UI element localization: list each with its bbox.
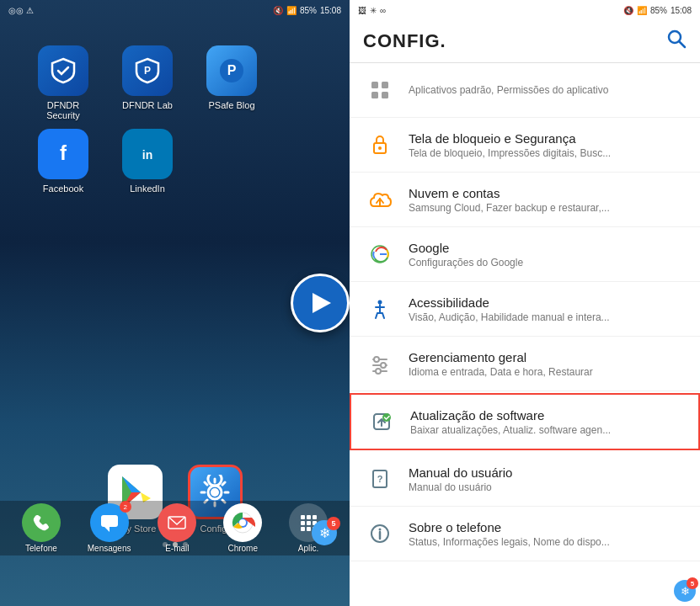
lock-setting-icon (363, 128, 397, 162)
svg-point-40 (376, 369, 381, 374)
play-button[interactable] (291, 274, 350, 332)
svg-rect-9 (101, 515, 118, 527)
google-title: Google (409, 241, 687, 255)
app-dfndr-lab[interactable]: P DFNDR Lab (110, 45, 185, 120)
signal-icon-right: 📶 (637, 6, 647, 15)
app-facebook[interactable]: f Facebook (25, 129, 101, 194)
right-panel: 🖼 ✳ ∞ 🔇 📶 85% 15:08 CONFIG. (350, 0, 700, 606)
manual-title: Manual do usuário (409, 465, 687, 480)
svg-text:P: P (144, 65, 151, 77)
cloud-text: Nuvem e contas Samsung Cloud, Fazer back… (409, 186, 687, 214)
psafe-blog-icon: P (206, 45, 257, 96)
svg-point-14 (239, 519, 246, 526)
bottom-dock-area: Play Store Config. (0, 465, 350, 556)
svg-line-25 (679, 41, 685, 47)
mute-icon-right: 🔇 (623, 6, 633, 15)
update-setting-icon (365, 405, 398, 439)
dfndr-security-label: DFNDRSecurity (46, 100, 80, 120)
chrome-label: Chrome (227, 544, 258, 553)
mute-icon: 🔇 (273, 6, 283, 15)
dfndr-security-icon (38, 45, 88, 96)
linkedin-icon: in (122, 129, 173, 179)
dock-messages[interactable]: 2 Mensagens (88, 503, 131, 553)
svg-point-36 (374, 357, 379, 362)
bottom-dock: Telefone 2 Mensagens (0, 501, 350, 556)
google-text: Google Configurações do Google (409, 241, 687, 268)
phone-dock-icon (22, 503, 61, 542)
status-left-icons: ◎◎ ⚠ (8, 6, 34, 15)
svg-text:in: in (142, 148, 152, 162)
chrome-dock-icon (223, 503, 262, 542)
email-dock-icon (158, 503, 196, 542)
settings-google[interactable]: Google Configurações do Google (350, 227, 700, 282)
general-text: Gerenciamento geral Idioma e entrada, Da… (409, 350, 687, 378)
about-text: Sobre o telefone Status, Informações leg… (409, 520, 687, 548)
settings-about[interactable]: Sobre o telefone Status, Informações leg… (350, 507, 700, 561)
manual-subtitle: Manual do usuário (409, 481, 644, 493)
status-right-right: 🔇 📶 85% 15:08 (623, 6, 692, 15)
time-right: 15:08 (671, 6, 692, 15)
email-label: E-mail (165, 544, 189, 553)
about-subtitle: Status, Informações legais, Nome do disp… (409, 536, 644, 548)
update-title: Atualização de software (410, 408, 685, 423)
snowflake-badge-count: 5 (327, 517, 340, 530)
dock-phone[interactable]: Telefone (22, 503, 61, 553)
settings-accessibility[interactable]: Acessibilidade Visão, Audição, Habilidad… (350, 282, 700, 337)
settings-general[interactable]: Gerenciamento geral Idioma e entrada, Da… (350, 337, 700, 391)
svg-rect-16 (307, 515, 311, 519)
update-subtitle: Baixar atualizações, Atualiz. software a… (410, 424, 646, 436)
settings-software-update[interactable]: Atualização de software Baixar atualizaç… (350, 393, 700, 450)
svg-point-8 (211, 489, 218, 496)
signal-icon: 📶 (286, 6, 297, 15)
dock-email[interactable]: E-mail (158, 503, 196, 553)
facebook-label: Facebook (43, 183, 83, 194)
manual-text: Manual do usuário Manual do usuário (409, 465, 687, 493)
accessibility-subtitle: Visão, Audição, Habilidade manual e inte… (409, 311, 644, 323)
svg-rect-15 (301, 515, 305, 519)
about-setting-icon (363, 517, 397, 550)
svg-rect-29 (382, 92, 388, 98)
psafe-blog-label: PSafe Blog (208, 100, 254, 110)
svg-rect-22 (307, 527, 311, 531)
svg-text:P: P (227, 63, 237, 77)
status-bar-left: ◎◎ ⚠ 🔇 📶 85% 15:08 (0, 0, 350, 20)
app-grid: DFNDRSecurity P DFNDR Lab P PSafe Blog (0, 29, 350, 210)
default-apps-subtitle: Aplicativos padrão, Permissões do aplica… (409, 84, 644, 96)
facebook-icon: f (38, 129, 88, 179)
settings-title: CONFIG. (363, 30, 446, 52)
dock-chrome[interactable]: Chrome (223, 503, 262, 553)
status-right-icons: 🔇 📶 85% 15:08 (273, 6, 341, 15)
settings-manual[interactable]: ? Manual do usuário Manual do usuário (350, 452, 700, 507)
svg-rect-17 (313, 515, 317, 519)
settings-lock-screen[interactable]: Tela de bloqueio e Segurança Tela de blo… (350, 118, 700, 173)
general-setting-icon (363, 347, 397, 380)
svg-text:f: f (60, 141, 67, 164)
update-text: Atualização de software Baixar atualizaç… (410, 408, 685, 436)
svg-rect-27 (382, 82, 388, 88)
notification-icons: ◎◎ ⚠ (8, 6, 34, 15)
svg-point-47 (379, 529, 382, 531)
battery-left: 85% (300, 6, 317, 15)
battery-right: 85% (650, 6, 667, 15)
image-icon: 🖼 (358, 6, 366, 15)
svg-rect-28 (371, 92, 378, 98)
svg-rect-21 (301, 527, 305, 531)
manual-setting-icon: ? (363, 462, 397, 496)
app-psafe-blog[interactable]: P PSafe Blog (194, 45, 270, 120)
snowflake-badge-right: ❄ 5 (674, 580, 696, 602)
lock-screen-subtitle: Tela de bloqueio, Impressões digitais, B… (409, 147, 644, 159)
search-button[interactable] (666, 29, 687, 54)
cloud-title: Nuvem e contas (409, 186, 687, 200)
settings-default-apps[interactable]: Aplicativos padrão, Permissões do aplica… (350, 63, 700, 118)
general-subtitle: Idioma e entrada, Data e hora, Restaurar (409, 366, 644, 378)
settings-cloud[interactable]: Nuvem e contas Samsung Cloud, Fazer back… (350, 173, 700, 227)
svg-point-31 (378, 146, 382, 150)
settings-list: Aplicativos padrão, Permissões do aplica… (350, 63, 700, 606)
app-linkedin[interactable]: in LinkedIn (110, 129, 185, 194)
svg-point-34 (378, 300, 382, 305)
cloud-setting-icon (363, 183, 397, 216)
svg-point-38 (381, 363, 386, 368)
lock-screen-title: Tela de bloqueio e Segurança (409, 131, 687, 146)
time-left: 15:08 (320, 6, 341, 15)
app-dfndr-security[interactable]: DFNDRSecurity (25, 45, 101, 120)
